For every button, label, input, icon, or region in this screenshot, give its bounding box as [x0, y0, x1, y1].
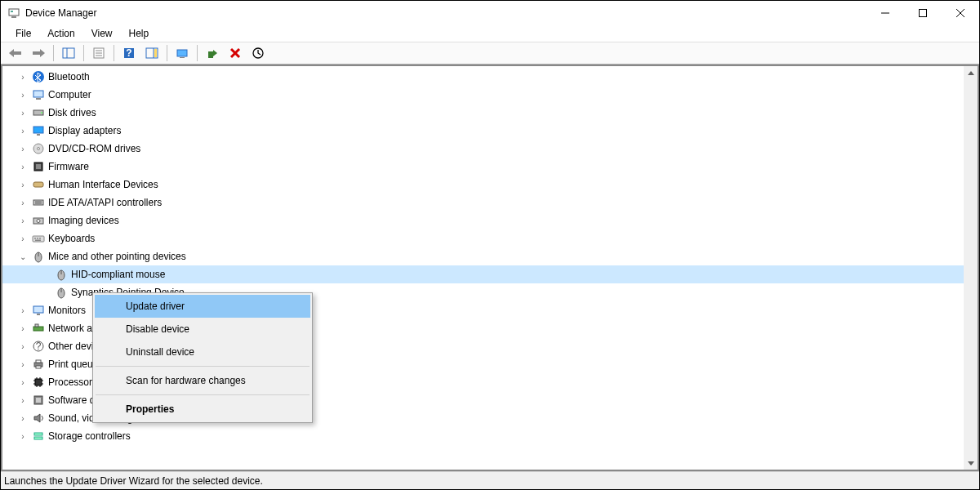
- chevron-down-icon[interactable]: ⌄: [17, 251, 29, 262]
- titlebar: Device Manager: [1, 1, 979, 25]
- chevron-right-icon[interactable]: ›: [17, 359, 29, 370]
- toolbar-help-button[interactable]: ?: [119, 43, 139, 63]
- svg-rect-55: [37, 314, 40, 315]
- chevron-right-icon[interactable]: ›: [17, 394, 29, 406]
- toolbar-forward-button[interactable]: [29, 43, 48, 63]
- toolbar-update-driver-button[interactable]: [172, 43, 192, 63]
- imaging-icon: [32, 214, 45, 227]
- tree-node[interactable]: ›Keyboards: [2, 229, 964, 247]
- mouse-icon: [55, 286, 68, 299]
- monitor-icon: [32, 304, 45, 317]
- svg-rect-44: [34, 238, 36, 239]
- tree-node[interactable]: ›Imaging devices: [2, 212, 964, 229]
- svg-rect-27: [33, 91, 43, 97]
- disk-icon: [32, 106, 45, 119]
- svg-rect-21: [180, 57, 185, 58]
- minimize-button[interactable]: [866, 1, 904, 25]
- tree-node-label: Human Interface Devices: [48, 179, 158, 190]
- svg-rect-36: [36, 164, 41, 169]
- toolbar-separator: [114, 45, 114, 61]
- chevron-right-icon[interactable]: ›: [17, 323, 29, 334]
- svg-rect-20: [177, 50, 187, 56]
- device-manager-icon: [7, 7, 20, 20]
- toolbar-scan-button[interactable]: [248, 43, 268, 63]
- chevron-right-icon[interactable]: ›: [17, 233, 29, 244]
- toolbar-separator: [83, 45, 84, 61]
- tree-node[interactable]: ›Display adapters: [2, 122, 964, 140]
- svg-rect-0: [9, 9, 19, 16]
- tree-node[interactable]: ›Bluetooth: [2, 68, 964, 86]
- close-button[interactable]: [942, 1, 979, 25]
- chevron-right-icon[interactable]: ›: [17, 430, 29, 442]
- tree-node-label: Computer: [48, 89, 91, 100]
- chevron-right-icon[interactable]: ›: [17, 215, 29, 226]
- svg-rect-56: [33, 327, 43, 331]
- maximize-button[interactable]: [904, 1, 942, 25]
- toolbar-back-button[interactable]: [6, 43, 25, 63]
- toolbar-show-tree-button[interactable]: [59, 43, 78, 63]
- tree-node[interactable]: ⌄Mice and other pointing devices: [2, 247, 964, 265]
- context-scan[interactable]: Scan for hardware changes: [95, 369, 310, 392]
- tree-node-label: Imaging devices: [48, 215, 119, 226]
- svg-rect-54: [33, 306, 43, 313]
- tree-node[interactable]: ›Computer: [2, 86, 964, 104]
- tree-node-label: DVD/CD-ROM drives: [48, 143, 140, 154]
- tree-node[interactable]: ›Storage controllers: [2, 427, 964, 445]
- menu-help[interactable]: Help: [121, 26, 158, 41]
- context-properties[interactable]: Properties: [95, 398, 310, 421]
- context-update-driver[interactable]: Update driver: [95, 295, 310, 318]
- menu-view[interactable]: View: [83, 26, 121, 41]
- svg-rect-22: [208, 51, 213, 58]
- chevron-right-icon[interactable]: ›: [17, 125, 29, 136]
- tree-node[interactable]: ›IDE ATA/ATAPI controllers: [2, 194, 964, 212]
- other-icon: ?: [32, 340, 45, 353]
- chevron-right-icon[interactable]: ›: [17, 376, 29, 388]
- chevron-right-icon[interactable]: ›: [17, 305, 29, 316]
- tree-node-label: IDE ATA/ATAPI controllers: [48, 197, 162, 208]
- chevron-right-icon[interactable]: ›: [17, 71, 29, 82]
- svg-rect-7: [13, 51, 21, 55]
- context-separator: [96, 394, 310, 395]
- svg-rect-61: [36, 360, 41, 363]
- chevron-right-icon[interactable]: ›: [17, 107, 29, 118]
- chevron-right-icon[interactable]: ›: [17, 341, 29, 352]
- chevron-right-icon[interactable]: ›: [17, 89, 29, 100]
- chevron-right-icon[interactable]: ›: [17, 197, 29, 208]
- toolbar-actions-pane-button[interactable]: [142, 43, 162, 63]
- svg-point-42: [37, 220, 40, 223]
- tree-node-label: Keyboards: [48, 233, 95, 244]
- tree-node-label: Monitors: [48, 305, 86, 316]
- menu-file[interactable]: File: [7, 26, 39, 41]
- tree-node[interactable]: ›DVD/CD-ROM drives: [2, 140, 964, 158]
- chevron-right-icon[interactable]: ›: [17, 179, 29, 190]
- tree-node[interactable]: ›Disk drives: [2, 104, 964, 122]
- tree-node-child[interactable]: HID-compliant mouse: [2, 265, 964, 283]
- tree-node[interactable]: ›Human Interface Devices: [2, 176, 964, 194]
- chevron-right-icon[interactable]: ›: [17, 412, 29, 424]
- menu-action[interactable]: Action: [39, 26, 82, 41]
- toolbar-uninstall-button[interactable]: [225, 43, 245, 63]
- vertical-scrollbar[interactable]: [964, 66, 978, 470]
- scroll-up-button[interactable]: [964, 66, 978, 80]
- tree-node-label: Disk drives: [48, 107, 96, 118]
- context-disable-device[interactable]: Disable device: [95, 318, 310, 341]
- toolbar-properties-button[interactable]: [89, 43, 109, 63]
- printer-icon: [32, 358, 45, 371]
- svg-rect-73: [36, 398, 41, 403]
- chevron-right-icon[interactable]: ›: [17, 161, 29, 172]
- toolbar-enable-button[interactable]: [203, 43, 222, 63]
- network-icon: [32, 322, 45, 335]
- svg-rect-2: [11, 11, 13, 12]
- svg-rect-38: [33, 200, 43, 205]
- toolbar: ?: [1, 42, 979, 65]
- scroll-down-button[interactable]: [964, 456, 978, 470]
- scroll-track[interactable]: [964, 80, 978, 456]
- tree-node[interactable]: ›Firmware: [2, 158, 964, 176]
- firmware-icon: [32, 160, 45, 173]
- chevron-right-icon[interactable]: ›: [17, 143, 29, 154]
- toolbar-separator: [53, 45, 54, 61]
- svg-rect-1: [11, 16, 16, 18]
- display-icon: [32, 124, 45, 137]
- svg-rect-37: [33, 182, 43, 187]
- context-uninstall-device[interactable]: Uninstall device: [95, 341, 310, 363]
